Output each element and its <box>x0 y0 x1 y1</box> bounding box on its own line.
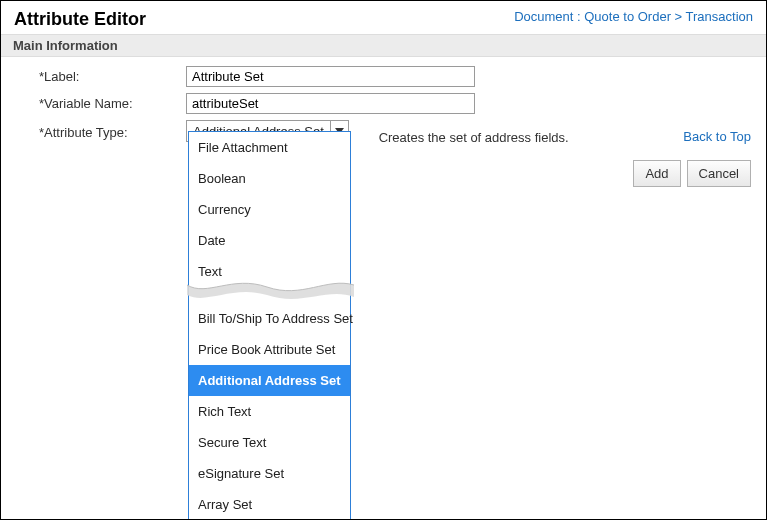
dropdown-option[interactable]: Additional Address Set <box>189 365 350 396</box>
attribute-type-label: *Attribute Type: <box>1 125 186 140</box>
back-to-top-link[interactable]: Back to Top <box>683 129 751 144</box>
breadcrumb-prefix: Document : <box>514 9 584 24</box>
dropdown-option[interactable]: Price Book Attribute Set <box>189 334 350 365</box>
dropdown-option[interactable]: Boolean <box>189 163 350 194</box>
cancel-button[interactable]: Cancel <box>687 160 751 187</box>
label-field-label: *Label: <box>1 69 186 84</box>
dropdown-option[interactable]: Currency <box>189 194 350 225</box>
breadcrumb-page-link[interactable]: Transaction <box>686 9 753 24</box>
page-title: Attribute Editor <box>14 9 146 30</box>
variable-name-label: *Variable Name: <box>1 96 186 111</box>
attribute-type-dropdown[interactable]: File AttachmentBooleanCurrencyDateText B… <box>188 131 351 520</box>
dropdown-option[interactable]: Bill To/Ship To Address Set <box>189 303 350 334</box>
dropdown-option[interactable]: Secure Text <box>189 427 350 458</box>
dropdown-option[interactable]: eSignature Set <box>189 458 350 489</box>
variable-name-input[interactable] <box>186 93 475 114</box>
dropdown-option[interactable]: File Attachment <box>189 132 350 163</box>
breadcrumb: Document : Quote to Order > Transaction <box>514 9 753 24</box>
add-button[interactable]: Add <box>633 160 680 187</box>
dropdown-option[interactable]: Rich Text <box>189 396 350 427</box>
breadcrumb-doc-link[interactable]: Quote to Order <box>584 9 671 24</box>
section-main-header: Main Information <box>1 34 766 57</box>
breadcrumb-sep: > <box>671 9 686 24</box>
torn-paper-divider <box>189 287 350 303</box>
dropdown-option[interactable]: Text <box>189 256 350 287</box>
dropdown-option[interactable]: Date <box>189 225 350 256</box>
dropdown-option[interactable]: Array Set <box>189 489 350 520</box>
label-input[interactable] <box>186 66 475 87</box>
attribute-type-helper: Creates the set of address fields. <box>379 130 569 145</box>
